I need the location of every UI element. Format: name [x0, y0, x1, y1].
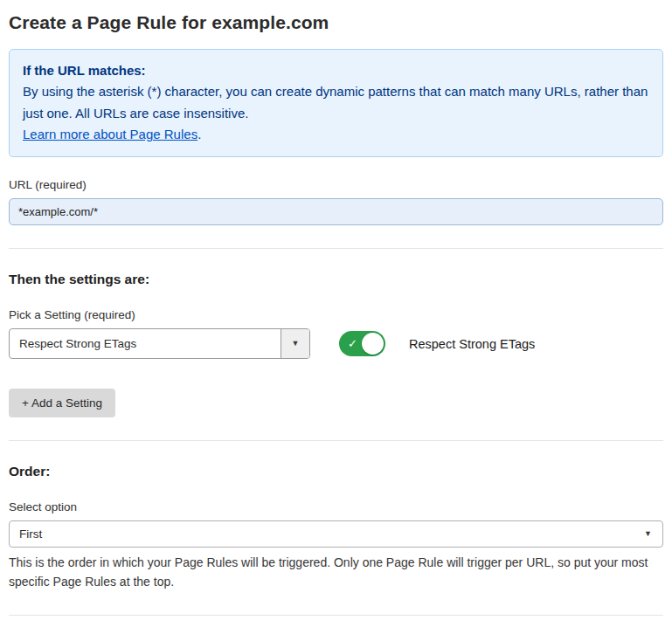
setting-dropdown[interactable]: Respect Strong ETags ▼ — [9, 328, 310, 359]
learn-more-link[interactable]: Learn more about Page Rules — [23, 127, 197, 141]
info-box-body: By using the asterisk (*) character, you… — [23, 81, 649, 124]
setting-row: Respect Strong ETags ▼ ✓ Respect Strong … — [9, 328, 663, 359]
url-match-info-box: If the URL matches: By using the asteris… — [9, 49, 663, 157]
url-input[interactable] — [9, 198, 663, 225]
chevron-down-icon: ▼ — [644, 530, 652, 538]
order-help-text: This is the order in which your Page Rul… — [9, 554, 663, 591]
settings-heading: Then the settings are: — [9, 272, 663, 287]
page-title: Create a Page Rule for example.com — [9, 12, 663, 33]
add-setting-button[interactable]: + Add a Setting — [9, 389, 115, 417]
respect-strong-etags-toggle[interactable]: ✓ — [339, 331, 385, 356]
link-suffix: . — [197, 127, 201, 141]
url-label: URL (required) — [9, 178, 663, 191]
chevron-down-icon: ▼ — [292, 340, 300, 348]
order-select-value: First — [19, 527, 42, 541]
divider — [9, 440, 663, 441]
order-select-label: Select option — [9, 500, 663, 513]
check-icon: ✓ — [348, 337, 357, 350]
order-select[interactable]: First ▼ — [9, 520, 663, 548]
order-heading: Order: — [9, 464, 663, 479]
info-box-heading: If the URL matches: — [23, 60, 649, 81]
page-rule-form: Create a Page Rule for example.com If th… — [0, 0, 672, 627]
divider — [9, 248, 663, 249]
info-link-row: Learn more about Page Rules. — [23, 124, 649, 145]
divider — [9, 615, 663, 616]
toggle-label: Respect Strong ETags — [409, 337, 535, 351]
setting-dropdown-value: Respect Strong ETags — [10, 329, 281, 358]
setting-dropdown-caret-button[interactable]: ▼ — [281, 329, 309, 358]
toggle-group: ✓ Respect Strong ETags — [339, 331, 535, 356]
toggle-knob — [362, 333, 384, 355]
pick-setting-label: Pick a Setting (required) — [9, 308, 663, 321]
